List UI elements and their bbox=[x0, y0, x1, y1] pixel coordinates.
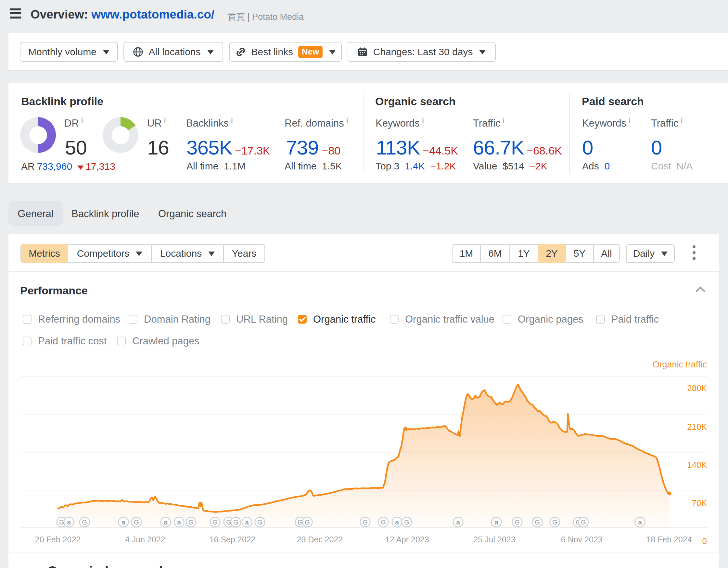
svg-text:4 Jun 2022: 4 Jun 2022 bbox=[125, 535, 165, 544]
svg-text:G: G bbox=[515, 519, 520, 526]
svg-text:12 Apr 2023: 12 Apr 2023 bbox=[385, 535, 429, 544]
svg-text:G: G bbox=[134, 519, 139, 526]
svg-text:G: G bbox=[82, 519, 87, 526]
svg-text:G: G bbox=[305, 519, 310, 526]
svg-text:a: a bbox=[494, 518, 498, 526]
svg-text:a: a bbox=[245, 518, 249, 526]
svg-text:G: G bbox=[381, 519, 386, 526]
svg-text:G: G bbox=[552, 519, 557, 526]
svg-text:210K: 210K bbox=[687, 422, 707, 432]
svg-text:G: G bbox=[363, 519, 368, 526]
svg-text:a: a bbox=[121, 518, 125, 526]
svg-text:G: G bbox=[188, 519, 194, 526]
svg-text:20 Feb 2022: 20 Feb 2022 bbox=[35, 535, 81, 544]
svg-text:18 Feb 2024: 18 Feb 2024 bbox=[646, 535, 692, 544]
svg-text:a: a bbox=[164, 518, 168, 526]
svg-text:G: G bbox=[535, 519, 540, 526]
svg-text:G: G bbox=[233, 519, 238, 526]
svg-text:G: G bbox=[212, 519, 218, 526]
svg-text:140K: 140K bbox=[687, 460, 707, 470]
svg-text:G: G bbox=[581, 519, 586, 526]
svg-text:a: a bbox=[456, 518, 460, 526]
svg-text:a: a bbox=[395, 518, 399, 526]
svg-text:a: a bbox=[638, 518, 642, 526]
svg-text:25 Jul 2023: 25 Jul 2023 bbox=[473, 535, 515, 544]
svg-text:0: 0 bbox=[702, 536, 707, 546]
svg-text:16 Sep 2022: 16 Sep 2022 bbox=[210, 535, 256, 544]
svg-text:70K: 70K bbox=[692, 498, 707, 508]
svg-text:Organic traffic: Organic traffic bbox=[652, 360, 707, 369]
svg-text:280K: 280K bbox=[687, 383, 707, 393]
svg-text:a: a bbox=[177, 518, 181, 526]
svg-text:G: G bbox=[404, 519, 409, 526]
svg-text:29 Dec 2022: 29 Dec 2022 bbox=[297, 535, 343, 544]
svg-text:6 Nov 2023: 6 Nov 2023 bbox=[561, 535, 603, 544]
svg-text:a: a bbox=[67, 518, 71, 526]
svg-text:G: G bbox=[257, 519, 262, 526]
